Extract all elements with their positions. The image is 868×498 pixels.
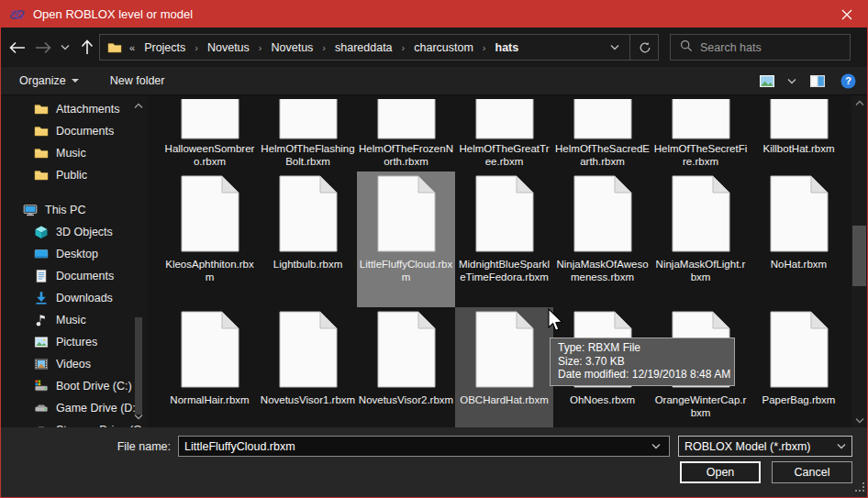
navigation-bar: « Projects›Novetus›Novetus›shareddata›ch… bbox=[1, 28, 867, 67]
file-icon bbox=[377, 99, 436, 139]
sidebar-item-storage-drive-g[interactable]: Storage Drive (G bbox=[1, 419, 148, 427]
resize-grip[interactable] bbox=[855, 482, 865, 495]
sidebar-item-downloads[interactable]: Downloads bbox=[1, 287, 148, 309]
file-item[interactable]: HelmOfTheFlashingBolt.rbxm bbox=[259, 95, 357, 172]
chevron-down-icon bbox=[61, 44, 70, 50]
file-item[interactable]: HelmOfTheGreatTree.rbxm bbox=[455, 95, 553, 172]
footer-panel: File name: ROBLOX Model (*.rbxm) Open Ca… bbox=[1, 427, 867, 497]
file-name-label: HelmOfTheSecretFire.rbxm bbox=[653, 142, 749, 168]
up-button[interactable] bbox=[76, 36, 98, 60]
file-name-combobox[interactable] bbox=[178, 436, 670, 457]
sidebar-item-public[interactable]: Public bbox=[1, 164, 148, 186]
file-item[interactable]: KillbotHat.rbxm bbox=[750, 95, 848, 172]
chevron-down-icon bbox=[837, 443, 846, 449]
search-input[interactable] bbox=[700, 41, 829, 54]
window-title: Open ROBLOX level or model bbox=[33, 7, 193, 21]
file-name-label: HelmOfTheFrozenNorth.rbxm bbox=[359, 142, 454, 168]
file-type-select[interactable]: ROBLOX Model (*.rbxm) bbox=[678, 436, 852, 457]
sidebar-item-attachments[interactable]: Attachments bbox=[1, 98, 148, 120]
breadcrumb-item[interactable]: Novetus bbox=[264, 41, 319, 54]
views-dropdown-button[interactable] bbox=[785, 69, 799, 94]
chevron-down-icon bbox=[787, 78, 796, 84]
file-item[interactable]: KleosAphthiton.rbxm bbox=[161, 172, 259, 307]
breadcrumb: « Projects›Novetus›Novetus›shareddata›ch… bbox=[128, 41, 602, 54]
mouse-cursor-icon bbox=[547, 308, 565, 337]
open-button[interactable]: Open bbox=[680, 461, 761, 483]
chevron-down-icon bbox=[855, 417, 864, 424]
file-name-label: NinjaMaskOfLight.rbxm bbox=[653, 258, 749, 283]
file-name-dropdown-button[interactable] bbox=[643, 434, 669, 459]
file-item[interactable]: MidnightBlueSparkleTimeFedora.rbxm bbox=[455, 172, 553, 307]
breadcrumb-item[interactable]: shareddata bbox=[328, 41, 399, 54]
file-tooltip: Type: RBXM FileSize: 3.70 KBDate modifie… bbox=[550, 338, 735, 386]
file-list-scrollbar[interactable] bbox=[851, 95, 867, 427]
sidebar-item-documents[interactable]: Documents bbox=[1, 120, 148, 142]
sidebar-item-3d-objects[interactable]: 3D Objects bbox=[1, 221, 148, 243]
address-bar[interactable]: « Projects›Novetus›Novetus›shareddata›ch… bbox=[99, 34, 659, 61]
sidebar-item-desktop[interactable]: Desktop bbox=[1, 243, 148, 265]
file-item[interactable]: Lightbulb.rbxm bbox=[259, 172, 357, 307]
file-item[interactable]: HalloweenSombrero.rbxm bbox=[161, 95, 259, 172]
breadcrumb-item[interactable]: charcustom bbox=[407, 41, 480, 54]
sidebar-item-documents[interactable]: Documents bbox=[1, 265, 148, 287]
sidebar-item-videos[interactable]: Videos bbox=[1, 353, 148, 375]
breadcrumb-overflow[interactable]: « bbox=[128, 42, 136, 53]
search-box[interactable] bbox=[670, 34, 851, 61]
file-name-label: OBCHardHat.rbxm bbox=[457, 393, 552, 406]
sidebar-scrollbar[interactable] bbox=[133, 97, 144, 426]
file-item[interactable]: HelmOfTheSacredEarth.rbxm bbox=[553, 95, 651, 172]
file-item[interactable]: PaperBag.rbxm bbox=[750, 307, 848, 427]
file-name-label: MidnightBlueSparkleTimeFedora.rbxm bbox=[457, 258, 552, 283]
file-name-label: HelmOfTheFlashingBolt.rbxm bbox=[261, 142, 356, 168]
close-button[interactable] bbox=[826, 1, 867, 28]
address-dropdown-button[interactable] bbox=[602, 35, 628, 60]
file-item[interactable]: NoHat.rbxm bbox=[750, 172, 848, 307]
new-folder-button[interactable]: New folder bbox=[101, 67, 174, 94]
sidebar-item-pictures[interactable]: Pictures bbox=[1, 331, 148, 353]
preview-pane-button[interactable] bbox=[807, 69, 829, 94]
file-item[interactable]: NinjaMaskOfLight.rbxm bbox=[651, 172, 750, 307]
file-item[interactable]: NormalHair.rbxm bbox=[161, 307, 259, 427]
file-grid-row: HalloweenSombrero.rbxmHelmOfTheFlashingB… bbox=[148, 95, 851, 172]
breadcrumb-item[interactable]: Projects bbox=[138, 41, 192, 54]
folder-icon bbox=[34, 102, 49, 116]
file-name-input[interactable] bbox=[179, 440, 643, 453]
chevron-up-icon bbox=[134, 103, 143, 109]
file-grid-row: NormalHair.rbxmNovetusVisor1.rbxmNovetus… bbox=[148, 307, 851, 427]
scroll-thumb[interactable] bbox=[852, 226, 866, 286]
sidebar-scroll-thumb[interactable] bbox=[135, 317, 142, 415]
file-name-label: KillbotHat.rbxm bbox=[751, 142, 847, 155]
sidebar-item-boot-drive-c[interactable]: Boot Drive (C:) bbox=[1, 375, 148, 397]
refresh-button[interactable] bbox=[632, 35, 658, 60]
file-item[interactable]: OBCHardHat.rbxm bbox=[455, 307, 553, 427]
help-button[interactable]: ? bbox=[836, 69, 860, 94]
recent-locations-button[interactable] bbox=[58, 36, 72, 60]
file-icon bbox=[279, 311, 338, 391]
file-item[interactable]: NovetusVisor2.rbxm bbox=[357, 307, 455, 427]
file-name-label: NovetusVisor2.rbxm bbox=[359, 393, 454, 406]
scroll-up-button[interactable] bbox=[851, 95, 867, 110]
breadcrumb-item[interactable]: hats bbox=[489, 41, 526, 54]
organize-label: Organize bbox=[19, 74, 66, 87]
forward-button[interactable] bbox=[32, 36, 54, 60]
file-item[interactable]: LittleFluffyCloud.rbxm bbox=[357, 172, 455, 307]
file-name-label: KleosAphthiton.rbxm bbox=[162, 258, 258, 283]
organize-button[interactable]: Organize bbox=[10, 67, 88, 94]
cancel-button[interactable]: Cancel bbox=[772, 461, 852, 483]
file-item[interactable]: HelmOfTheFrozenNorth.rbxm bbox=[357, 95, 455, 172]
file-item[interactable]: HelmOfTheSecretFire.rbxm bbox=[651, 95, 750, 172]
change-view-button[interactable] bbox=[757, 69, 777, 94]
sidebar-item-music[interactable]: Music bbox=[1, 142, 148, 164]
file-item[interactable]: NovetusVisor1.rbxm bbox=[259, 307, 357, 427]
sidebar-item-this-pc[interactable]: This PC bbox=[1, 199, 148, 221]
svg-text:?: ? bbox=[845, 75, 851, 86]
sidebar-item-label: Game Drive (D:) bbox=[56, 402, 139, 415]
sidebar-item-game-drive-d[interactable]: Game Drive (D:) bbox=[1, 397, 148, 419]
scroll-down-button[interactable] bbox=[851, 413, 867, 427]
views-icon bbox=[759, 74, 775, 88]
file-item[interactable]: NinjaMaskOfAwesomeness.rbxm bbox=[553, 172, 651, 307]
breadcrumb-item[interactable]: Novetus bbox=[201, 41, 256, 54]
sidebar-item-music[interactable]: Music bbox=[1, 309, 148, 331]
folder-icon bbox=[107, 40, 122, 55]
back-button[interactable] bbox=[6, 36, 28, 60]
